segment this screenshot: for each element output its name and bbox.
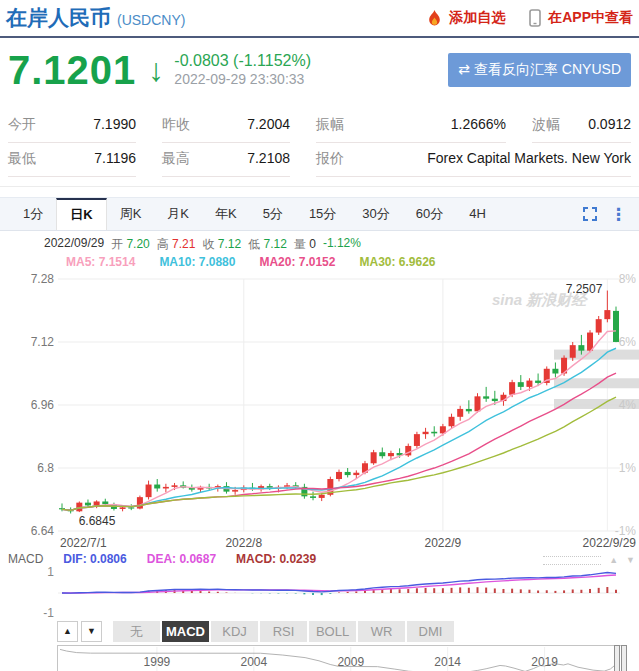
ohlc-info: 2022/09/29开 7.20高 7.21收 7.12低 7.12量 0-1.…	[0, 231, 639, 253]
ohlc-item-label: 低	[248, 237, 263, 251]
ohlc-pct: -1.12%	[323, 236, 361, 253]
ohlc-item-value: 7.12	[264, 237, 287, 251]
navigator-handle[interactable]	[614, 645, 627, 671]
stat-cell: 振幅1.2666%	[316, 109, 506, 143]
ohlc-item-value: 7.12	[218, 237, 241, 251]
svg-text:1999: 1999	[144, 655, 171, 669]
quote-row: 7.1201 ↓ -0.0803 (-1.1152%) 2022-09-29 2…	[0, 38, 639, 99]
indicator-tab-DMI[interactable]: DMI	[407, 621, 454, 642]
scroll-up-button[interactable]: ▲	[57, 621, 78, 642]
indicator-bar: ▲ ▼ 无MACDKDJRSIBOLLWRDMI	[57, 621, 639, 642]
svg-text:2004: 2004	[240, 655, 267, 669]
indicator-tab-BOLL[interactable]: BOLL	[309, 621, 356, 642]
ohlc-item-label: 收	[202, 237, 217, 251]
header-actions: 添加自选 在APP中查看	[427, 9, 633, 27]
stat-cell: 报价Forex Capital Markets. New York	[316, 143, 631, 177]
period-tab-1分[interactable]: 1分	[10, 198, 56, 230]
header: 在岸人民币 (USDCNY) 添加自选 在APP中查看	[0, 0, 639, 38]
stat-cell: 今开7.1990	[8, 109, 136, 143]
stats-table: 今开7.1990昨收7.2004振幅1.2666%波幅0.0912最低7.119…	[0, 99, 639, 177]
macd-chart[interactable]: 1-1	[0, 566, 639, 618]
ma-legend-MA20: MA20: 7.0152	[259, 255, 335, 269]
ohlc-item-value: 0	[309, 237, 316, 251]
period-tab-15分[interactable]: 15分	[296, 198, 349, 230]
view-in-app-link[interactable]: 在APP中查看	[548, 9, 633, 27]
indicator-tab-KDJ[interactable]: KDJ	[211, 621, 258, 642]
macd-header-item: DIF: 0.0806	[63, 553, 126, 566]
period-tab-月K[interactable]: 月K	[154, 198, 202, 230]
ma-legend-MA5: MA5: 7.1514	[66, 255, 135, 269]
add-watchlist-link[interactable]: 添加自选	[449, 9, 505, 27]
reverse-rate-button[interactable]: ⇄ 查看反向汇率 CNYUSD	[448, 53, 631, 87]
svg-text:2019: 2019	[531, 655, 558, 669]
ohlc-item-label: 量	[294, 237, 309, 251]
ohlc-item-value: 7.20	[126, 237, 149, 251]
macd-down-icon[interactable]: ▼	[626, 556, 635, 565]
ohlc-item: 收 7.12	[202, 236, 241, 253]
macd-range-box[interactable]	[543, 556, 601, 565]
period-tab-日K[interactable]: 日K	[56, 198, 106, 230]
period-tab-60分[interactable]: 60分	[403, 198, 456, 230]
period-tab-年K[interactable]: 年K	[202, 198, 250, 230]
period-tabs: 1分日K周K月K年K5分15分30分60分4H	[10, 198, 499, 230]
change-block: -0.0803 (-1.1152%) 2022-09-29 23:30:33	[174, 52, 311, 88]
macd-header-item: DEA: 0.0687	[147, 553, 216, 566]
down-arrow-icon: ↓	[148, 52, 164, 89]
main-chart[interactable]: sina 新浪财经7.287.126.966.86.648%6%4%1%-1%6…	[0, 269, 639, 553]
period-tab-4H[interactable]: 4H	[456, 198, 499, 230]
svg-text:6.6845: 6.6845	[79, 514, 116, 528]
period-tab-5分[interactable]: 5分	[250, 198, 296, 230]
stat-label: 波幅	[532, 116, 560, 134]
stat-value: 7.1990	[93, 116, 136, 132]
svg-text:6%: 6%	[619, 335, 637, 349]
page: 在岸人民币 (USDCNY) 添加自选 在APP中查看 7.1201 ↓ -0.…	[0, 0, 639, 671]
svg-text:8%: 8%	[619, 272, 637, 286]
stat-value: 0.0912	[588, 116, 631, 132]
ma-legend-MA30: MA30: 6.9626	[359, 255, 435, 269]
indicator-tab-无[interactable]: 无	[113, 621, 160, 642]
macd-controls: ▲ ▼	[543, 556, 635, 565]
flame-icon	[427, 10, 442, 27]
stat-cell: 最高7.2108	[162, 143, 290, 177]
page-title: 在岸人民币	[6, 4, 111, 32]
scroll-down-button[interactable]: ▼	[81, 621, 102, 642]
chart-toolbar: 1分日K周K月K年K5分15分30分60分4H ⋮	[0, 197, 639, 231]
svg-text:2009: 2009	[337, 655, 364, 669]
stat-cell: 波幅0.0912	[532, 109, 631, 143]
macd-header: MACDDIF: 0.0806DEA: 0.0687MACD: 0.0239 ▲…	[0, 553, 639, 566]
svg-text:4%: 4%	[619, 398, 637, 412]
macd-header-item: MACD	[8, 553, 43, 566]
stat-label: 振幅	[316, 116, 344, 134]
ohlc-item-label: 开	[111, 237, 126, 251]
fullscreen-icon[interactable]	[583, 207, 597, 221]
quote-timestamp: 2022-09-29 23:30:33	[174, 70, 311, 88]
stat-label: 报价	[316, 150, 344, 168]
divider	[0, 186, 639, 187]
range-navigator[interactable]: 19992004200920142019	[57, 645, 624, 671]
svg-text:2022/9/29: 2022/9/29	[583, 536, 637, 550]
ohlc-item: 量 0	[294, 236, 316, 253]
period-tab-周K[interactable]: 周K	[107, 198, 155, 230]
ohlc-item-value: 7.21	[172, 237, 195, 251]
symbol-code: (USDCNY)	[117, 12, 185, 28]
ohlc-item-label: 高	[157, 237, 172, 251]
stat-label: 今开	[8, 116, 36, 134]
stat-value: 7.2108	[247, 150, 290, 166]
stat-cell: 昨收7.2004	[162, 109, 290, 143]
phone-icon	[529, 9, 541, 27]
ohlc-item: 开 7.20	[111, 236, 150, 253]
svg-text:2022/8: 2022/8	[225, 536, 262, 550]
period-tab-30分[interactable]: 30分	[349, 198, 402, 230]
svg-text:6.8: 6.8	[37, 461, 54, 475]
indicator-tab-MACD[interactable]: MACD	[162, 621, 209, 642]
svg-text:7.28: 7.28	[31, 272, 55, 286]
swap-icon: ⇄	[458, 61, 470, 77]
price-change: -0.0803 (-1.1152%)	[174, 52, 311, 70]
stat-label: 最低	[8, 150, 36, 168]
macd-up-icon[interactable]: ▲	[609, 556, 618, 565]
more-menu-icon[interactable]: ⋮	[610, 206, 627, 223]
toolbar-icons: ⋮	[583, 198, 639, 230]
indicator-tab-WR[interactable]: WR	[358, 621, 405, 642]
indicator-tab-RSI[interactable]: RSI	[260, 621, 307, 642]
ohlc-item: 低 7.12	[248, 236, 287, 253]
